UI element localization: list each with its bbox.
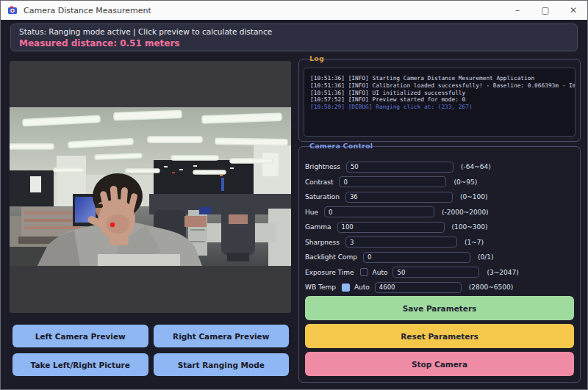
sharpness-row: Sharpness (1~7)	[305, 235, 574, 250]
close-button[interactable]: ✕	[559, 1, 587, 20]
wb-temp-row: WB Temp Auto (2800~6500)	[305, 280, 574, 295]
backlight-comp-label: Backlight Comp	[305, 253, 357, 261]
wb-temp-range: (2800~6500)	[469, 284, 513, 291]
preview-buttons: Left Camera Preview Right Camera Preview…	[12, 325, 289, 376]
sharpness-input[interactable]	[345, 236, 457, 248]
gamma-range: (100~300)	[452, 223, 488, 231]
right-camera-preview-button[interactable]: Right Camera Preview	[154, 325, 290, 347]
window-controls: – ▢ ✕	[503, 1, 587, 20]
save-parameters-button[interactable]: Save Parameters	[305, 296, 574, 320]
camera-preview-image[interactable]	[10, 107, 291, 266]
exposure-auto-label: Auto	[373, 269, 388, 276]
wb-temp-input[interactable]	[375, 282, 462, 293]
window-title: Camera Distance Measurement	[24, 6, 151, 15]
maximize-button[interactable]: ▢	[531, 1, 559, 20]
minimize-button[interactable]: –	[503, 1, 531, 20]
contrast-row: Contrast (0~95)	[305, 175, 574, 190]
log-entry: [10:58:29] [DEBUG] Ranging click at: (23…	[310, 104, 575, 111]
backlight-comp-range: (0/1)	[478, 253, 494, 261]
saturation-label: Saturation	[305, 193, 340, 201]
exposure-time-range: (3~2047)	[487, 269, 518, 276]
reset-parameters-button[interactable]: Reset Parameters	[305, 324, 574, 348]
exposure-time-label: Exposure Time	[305, 269, 354, 276]
brightness-row: Brightness (-64~64)	[305, 159, 574, 175]
stop-camera-button[interactable]: Stop Camera	[305, 352, 574, 376]
content-area: Status: Ranging mode active | Click prev…	[1, 20, 587, 389]
backlight-comp-row: Backlight Comp (0/1)	[305, 250, 574, 265]
log-entry: [10:51:36] [INFO] Calibration loaded suc…	[310, 82, 575, 90]
gamma-input[interactable]	[337, 222, 445, 233]
log-entry: [10:51:36] [INFO] UI initialized success…	[310, 90, 575, 97]
log-entry: [10:51:36] [INFO] Starting Camera Distan…	[310, 75, 575, 82]
measured-distance-text: Measured distance: 0.51 meters	[19, 37, 577, 49]
contrast-label: Contrast	[305, 178, 333, 186]
saturation-input[interactable]	[345, 192, 453, 203]
contrast-input[interactable]	[339, 176, 446, 187]
sharpness-range: (1~7)	[465, 239, 484, 246]
brightness-input[interactable]	[346, 162, 453, 173]
hue-input[interactable]	[324, 206, 434, 217]
app-icon	[7, 5, 18, 15]
gamma-row: Gamma (100~300)	[305, 220, 574, 235]
hue-label: Hue	[305, 209, 318, 216]
exposure-time-input[interactable]	[392, 267, 479, 278]
wb-auto-label: Auto	[354, 284, 370, 291]
sharpness-label: Sharpness	[305, 239, 340, 246]
log-groupbox: Log [10:51:36] [INFO] Starting Camera Di…	[298, 59, 581, 142]
ranging-marker	[110, 223, 115, 227]
left-camera-preview-button[interactable]: Left Camera Preview	[12, 325, 148, 347]
saturation-range: (0~100)	[460, 193, 487, 201]
app-window: Camera Distance Measurement – ▢ ✕ Status…	[0, 0, 588, 390]
wb-temp-label: WB Temp	[305, 284, 336, 291]
saturation-row: Saturation (0~100)	[305, 189, 574, 205]
backlight-comp-input[interactable]	[363, 252, 470, 263]
take-picture-button[interactable]: Take Left/Right Picture	[12, 353, 148, 376]
camera-preview[interactable]	[10, 61, 291, 313]
camera-control-rows: Brightness (-64~64) Contrast (0~95) Satu…	[305, 159, 574, 295]
gamma-label: Gamma	[305, 223, 331, 231]
contrast-range: (0~95)	[453, 178, 477, 186]
status-text: Status: Ranging mode active | Click prev…	[19, 26, 577, 37]
log-title: Log	[309, 54, 324, 62]
exposure-time-row: Exposure Time Auto (3~2047)	[305, 265, 574, 281]
camera-control-groupbox: Camera Control Brightness (-64~64) Contr…	[298, 146, 581, 383]
parameter-buttons: Save Parameters Reset Parameters Stop Ca…	[305, 296, 574, 376]
hue-row: Hue (-2000~2000)	[305, 205, 574, 220]
status-panel: Status: Ranging mode active | Click prev…	[10, 24, 578, 51]
wb-auto-checkbox[interactable]	[342, 284, 350, 292]
camera-control-title: Camera Control	[309, 142, 373, 150]
exposure-auto-checkbox[interactable]	[360, 268, 368, 276]
start-ranging-mode-button[interactable]: Start Ranging Mode	[154, 353, 290, 376]
log-output[interactable]: [10:51:36] [INFO] Starting Camera Distan…	[304, 68, 576, 137]
brightness-label: Brightness	[305, 163, 340, 170]
log-entry: [10:57:52] [INFO] Preview started for mo…	[310, 96, 575, 104]
brightness-range: (-64~64)	[461, 163, 491, 170]
titlebar: Camera Distance Measurement – ▢ ✕	[1, 1, 587, 20]
hue-range: (-2000~2000)	[442, 209, 489, 216]
